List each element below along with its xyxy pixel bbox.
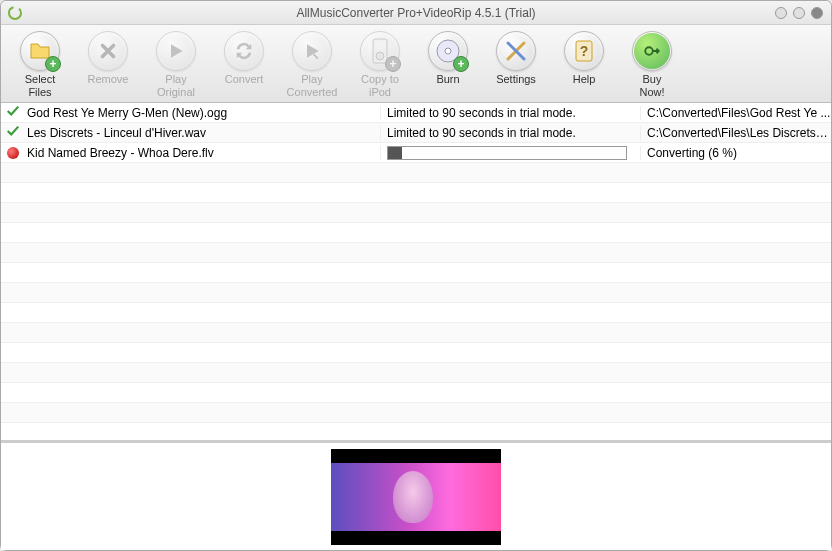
help-button[interactable]: ?Help xyxy=(551,29,617,100)
settings-button[interactable]: Settings xyxy=(483,29,549,100)
toolbar-label: BuyNow! xyxy=(639,73,664,98)
check-icon xyxy=(6,124,20,141)
file-name: Kid Named Breezy - Whoa Dere.flv xyxy=(25,146,381,160)
table-row-empty xyxy=(1,303,831,323)
convert-button: Convert xyxy=(211,29,277,100)
toolbar-label: PlayConverted xyxy=(287,73,338,98)
minimize-button[interactable] xyxy=(775,7,787,19)
toolbar: +SelectFilesRemovePlayOriginalConvertPla… xyxy=(1,25,831,103)
status-text: Limited to 90 seconds in trial mode. xyxy=(387,126,576,140)
play-converted-button: PlayConverted xyxy=(279,29,345,100)
window-controls xyxy=(775,7,823,19)
close-button[interactable] xyxy=(811,7,823,19)
file-name: Les Discrets - Linceul d'Hiver.wav xyxy=(25,126,381,140)
play-original-button: PlayOriginal xyxy=(143,29,209,100)
progress-bar xyxy=(387,146,627,160)
video-thumbnail[interactable] xyxy=(331,449,501,545)
select-files-button[interactable]: +SelectFiles xyxy=(7,29,73,100)
check-icon xyxy=(6,104,20,121)
app-icon xyxy=(7,5,23,21)
recording-icon xyxy=(7,147,19,159)
toolbar-label: Convert xyxy=(225,73,264,86)
table-row-empty xyxy=(1,363,831,383)
maximize-button[interactable] xyxy=(793,7,805,19)
table-row-empty xyxy=(1,403,831,423)
app-window: AllMusicConverter Pro+VideoRip 4.5.1 (Tr… xyxy=(0,0,832,551)
svg-point-0 xyxy=(9,7,21,19)
svg-rect-2 xyxy=(375,41,385,49)
table-row-empty xyxy=(1,243,831,263)
table-row-empty xyxy=(1,383,831,403)
titlebar[interactable]: AllMusicConverter Pro+VideoRip 4.5.1 (Tr… xyxy=(1,1,831,25)
toolbar-label: Copy toiPod xyxy=(361,73,399,98)
window-title: AllMusicConverter Pro+VideoRip 4.5.1 (Tr… xyxy=(296,6,535,20)
burn-button[interactable]: +Burn xyxy=(415,29,481,100)
table-row-empty xyxy=(1,203,831,223)
file-name: God Rest Ye Merry G-Men (New).ogg xyxy=(25,106,381,120)
table-row-empty xyxy=(1,183,831,203)
toolbar-label: Remove xyxy=(88,73,129,86)
output-path: C:\Converted\Files\Les Discrets - ... xyxy=(647,126,831,140)
table-row-empty xyxy=(1,263,831,283)
toolbar-label: PlayOriginal xyxy=(157,73,195,98)
status-text: Converting (6 %) xyxy=(647,146,737,160)
toolbar-label: SelectFiles xyxy=(25,73,56,98)
status-text: Limited to 90 seconds in trial mode. xyxy=(387,106,576,120)
toolbar-label: Burn xyxy=(436,73,459,86)
table-row-empty xyxy=(1,283,831,303)
toolbar-label: Settings xyxy=(496,73,536,86)
file-list[interactable]: God Rest Ye Merry G-Men (New).oggLimited… xyxy=(1,103,831,440)
output-path: C:\Converted\Files\God Rest Ye ... xyxy=(647,106,830,120)
buy-now-button[interactable]: BuyNow! xyxy=(619,29,685,100)
video-preview-pane xyxy=(1,440,831,550)
svg-text:?: ? xyxy=(580,43,589,59)
svg-point-3 xyxy=(376,52,384,60)
remove-button: Remove xyxy=(75,29,141,100)
table-row-empty xyxy=(1,343,831,363)
table-row-empty xyxy=(1,323,831,343)
table-row-empty xyxy=(1,423,831,440)
table-row-empty xyxy=(1,163,831,183)
table-row[interactable]: God Rest Ye Merry G-Men (New).oggLimited… xyxy=(1,103,831,123)
svg-point-5 xyxy=(445,48,451,54)
svg-point-8 xyxy=(645,47,653,55)
toolbar-label: Help xyxy=(573,73,596,86)
copy-to-ipod-button: +Copy toiPod xyxy=(347,29,413,100)
table-row[interactable]: Kid Named Breezy - Whoa Dere.flvConverti… xyxy=(1,143,831,163)
table-row-empty xyxy=(1,223,831,243)
table-row[interactable]: Les Discrets - Linceul d'Hiver.wavLimite… xyxy=(1,123,831,143)
